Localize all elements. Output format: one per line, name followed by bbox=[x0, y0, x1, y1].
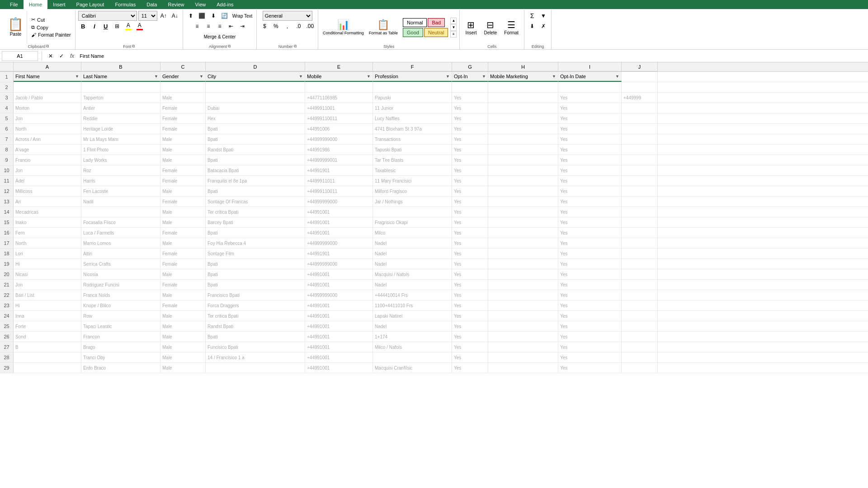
cell-9-F[interactable]: Tar Tire Blasts bbox=[373, 155, 452, 165]
cell-13-A[interactable]: Ari bbox=[14, 197, 81, 206]
cell-9-G[interactable]: Yes bbox=[452, 155, 488, 165]
cell-26-E[interactable]: +44991001 bbox=[305, 332, 373, 342]
cell-24-B[interactable]: Row bbox=[81, 311, 160, 321]
row-num-9[interactable]: 9 bbox=[0, 155, 14, 165]
formula-input[interactable] bbox=[78, 53, 866, 59]
cell-6-B[interactable]: Heritage Lorde bbox=[81, 124, 160, 134]
cell-10-F[interactable]: Taxablesic bbox=[373, 165, 452, 175]
cell-23-J[interactable] bbox=[622, 300, 658, 310]
row-num-6[interactable]: 6 bbox=[0, 124, 14, 134]
dropdown-arrow-C[interactable]: ▼ bbox=[199, 74, 203, 79]
row-num-5[interactable]: 5 bbox=[0, 113, 14, 123]
col-header-A[interactable]: A bbox=[14, 62, 81, 71]
cell-16-H[interactable] bbox=[488, 228, 558, 238]
font-size-select[interactable]: 11 bbox=[138, 11, 157, 21]
align-right-button[interactable]: ≡ bbox=[215, 21, 225, 31]
cell-29-G[interactable]: Yes bbox=[452, 363, 488, 373]
cell-9-I[interactable]: Yes bbox=[558, 155, 622, 165]
cell-27-I[interactable]: Yes bbox=[558, 342, 622, 352]
row-num-24[interactable]: 24 bbox=[0, 311, 14, 321]
cell-22-F[interactable]: +444410014 Frs bbox=[373, 290, 452, 300]
cell-6-D[interactable]: Bpati bbox=[206, 124, 305, 134]
header-cell-B[interactable]: Last Name ▼ bbox=[81, 72, 160, 82]
row-num-3[interactable]: 3 bbox=[0, 93, 14, 103]
cell-3-G[interactable]: Yes bbox=[452, 93, 488, 103]
row-num-29[interactable]: 29 bbox=[0, 363, 14, 373]
cell-22-C[interactable]: Male bbox=[160, 290, 206, 300]
header-cell-A[interactable]: First Name ▼ bbox=[14, 72, 81, 82]
tab-data[interactable]: Data bbox=[141, 0, 162, 9]
cell-2-E[interactable] bbox=[305, 82, 373, 92]
cell-15-B[interactable]: Focasalia Flisco bbox=[81, 217, 160, 227]
tab-home[interactable]: Home bbox=[24, 0, 47, 9]
cell-25-E[interactable]: +44991001 bbox=[305, 321, 373, 331]
cell-12-J[interactable] bbox=[622, 186, 658, 196]
col-header-I[interactable]: I bbox=[558, 62, 622, 71]
cell-19-F[interactable]: Nadel bbox=[373, 259, 452, 269]
header-cell-H[interactable]: Mobile Marketing ▼ bbox=[488, 72, 558, 82]
row-num-4[interactable]: 4 bbox=[0, 103, 14, 113]
cell-22-D[interactable]: Francisico Bpati bbox=[206, 290, 305, 300]
cell-19-A[interactable]: Hi bbox=[14, 259, 81, 269]
cell-27-D[interactable]: Funcisico Bpati bbox=[206, 342, 305, 352]
cell-27-E[interactable]: +44991001 bbox=[305, 342, 373, 352]
cell-21-F[interactable]: Nadel bbox=[373, 280, 452, 290]
cell-21-B[interactable]: Rodriguez Funcisi bbox=[81, 280, 160, 290]
cell-7-B[interactable]: Mr La Mays Marn bbox=[81, 134, 160, 144]
cell-8-C[interactable]: Male bbox=[160, 145, 206, 155]
cell-25-J[interactable] bbox=[622, 321, 658, 331]
clipboard-expand-icon[interactable]: ⧉ bbox=[46, 44, 49, 49]
cell-6-J[interactable] bbox=[622, 124, 658, 134]
cell-10-C[interactable]: Female bbox=[160, 165, 206, 175]
row-num-2[interactable]: 2 bbox=[0, 82, 14, 92]
cell-25-H[interactable] bbox=[488, 321, 558, 331]
cell-12-I[interactable]: Yes bbox=[558, 186, 622, 196]
row-num-20[interactable]: 20 bbox=[0, 269, 14, 279]
cell-28-C[interactable]: Male bbox=[160, 352, 206, 362]
cell-10-H[interactable] bbox=[488, 165, 558, 175]
cell-28-D[interactable]: 14 / Francisico 1 a bbox=[206, 352, 305, 362]
row-num-13[interactable]: 13 bbox=[0, 197, 14, 206]
cell-20-I[interactable]: Yes bbox=[558, 269, 622, 279]
cell-21-J[interactable] bbox=[622, 280, 658, 290]
cell-25-F[interactable]: Nadel bbox=[373, 321, 452, 331]
cell-13-D[interactable]: Sontage Of Francas bbox=[206, 197, 305, 206]
cell-23-E[interactable]: +44991001 bbox=[305, 300, 373, 310]
row-num-27[interactable]: 27 bbox=[0, 342, 14, 352]
cell-8-D[interactable]: Randst Bpati bbox=[206, 145, 305, 155]
cell-7-C[interactable]: Male bbox=[160, 134, 206, 144]
cell-2-D[interactable] bbox=[206, 82, 305, 92]
cell-7-F[interactable]: Transactions bbox=[373, 134, 452, 144]
cell-23-A[interactable]: Hi bbox=[14, 300, 81, 310]
cell-19-E[interactable]: +44999999000 bbox=[305, 259, 373, 269]
cell-19-H[interactable] bbox=[488, 259, 558, 269]
cell-13-G[interactable]: Yes bbox=[452, 197, 488, 206]
cell-17-B[interactable]: Marrio Lomos bbox=[81, 238, 160, 248]
row-num-11[interactable]: 11 bbox=[0, 176, 14, 186]
cell-23-I[interactable]: Yes bbox=[558, 300, 622, 310]
cell-18-D[interactable]: Sontage Film bbox=[206, 249, 305, 258]
cell-17-D[interactable]: Foy Hia Rebecca 4 bbox=[206, 238, 305, 248]
cell-18-I[interactable]: Yes bbox=[558, 249, 622, 258]
cell-8-B[interactable]: 1 Flint Photo bbox=[81, 145, 160, 155]
cell-18-J[interactable] bbox=[622, 249, 658, 258]
cell-9-H[interactable] bbox=[488, 155, 558, 165]
cell-18-B[interactable]: Attiri bbox=[81, 249, 160, 258]
cell-14-G[interactable]: Yes bbox=[452, 207, 488, 217]
cell-23-D[interactable]: Forca Draggers bbox=[206, 300, 305, 310]
cell-6-C[interactable]: Female bbox=[160, 124, 206, 134]
dropdown-arrow-H[interactable]: ▼ bbox=[552, 74, 556, 79]
cell-29-J[interactable] bbox=[622, 363, 658, 373]
underline-button[interactable]: U bbox=[101, 21, 111, 31]
cell-23-G[interactable]: Yes bbox=[452, 300, 488, 310]
cell-7-E[interactable]: +44999999000 bbox=[305, 134, 373, 144]
header-cell-D[interactable]: City ▼ bbox=[206, 72, 305, 82]
cell-25-C[interactable]: Male bbox=[160, 321, 206, 331]
cell-17-G[interactable]: Yes bbox=[452, 238, 488, 248]
cell-24-E[interactable]: +44991001 bbox=[305, 311, 373, 321]
paste-button[interactable]: 📋 Paste bbox=[5, 11, 27, 43]
cell-28-A[interactable] bbox=[14, 352, 81, 362]
format-cells-button[interactable]: ☰ Format bbox=[501, 19, 521, 36]
decrease-font-button[interactable]: A↓ bbox=[170, 11, 180, 21]
cell-11-A[interactable]: Adel bbox=[14, 176, 81, 186]
